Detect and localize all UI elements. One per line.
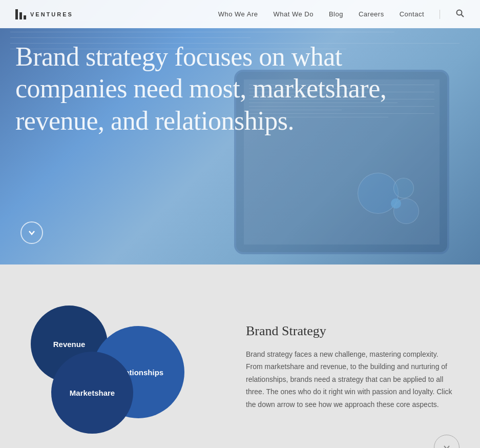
logo-bar-1 <box>15 9 18 19</box>
brand-strategy-title: Brand Strategy <box>246 323 454 339</box>
venn-revenue-label: Revenue <box>53 340 86 349</box>
hero-heading: Brand strategy focuses on what companies… <box>15 41 405 137</box>
brand-strategy-content: Revenue Relationships Marketshare Brand … <box>0 264 480 448</box>
hero-scroll-down-button[interactable] <box>20 221 43 244</box>
logo[interactable]: VENTURES <box>15 9 73 19</box>
logo-bar-3 <box>24 15 26 19</box>
venn-marketshare-circle: Marketshare <box>51 352 133 434</box>
logo-text: VENTURES <box>30 11 73 17</box>
nav-careers[interactable]: Careers <box>359 10 384 18</box>
nav-blog[interactable]: Blog <box>329 10 343 18</box>
nav-contact[interactable]: Contact <box>400 10 424 18</box>
site-header: VENTURES Who We Are What We Do Blog Care… <box>0 0 480 28</box>
brand-strategy-description: Brand strategy faces a new challenge, ma… <box>246 348 454 411</box>
search-button[interactable] <box>455 9 465 20</box>
main-nav: Who We Are What We Do Blog Careers Conta… <box>218 9 465 20</box>
venn-diagram: Revenue Relationships Marketshare <box>26 295 215 439</box>
nav-divider <box>440 10 440 19</box>
svg-line-1 <box>462 14 464 17</box>
brand-strategy-text: Brand Strategy Brand strategy faces a ne… <box>246 323 454 411</box>
svg-point-0 <box>457 10 462 15</box>
logo-bars-icon <box>15 9 26 19</box>
venn-marketshare-label: Marketshare <box>70 389 115 397</box>
nav-who-we-are[interactable]: Who We Are <box>218 10 258 18</box>
logo-bar-2 <box>19 12 22 19</box>
brand-strategy-section: Revenue Relationships Marketshare Brand … <box>0 264 480 448</box>
hero-section: Brand strategy focuses on what companies… <box>0 0 480 264</box>
nav-what-we-do[interactable]: What We Do <box>273 10 313 18</box>
